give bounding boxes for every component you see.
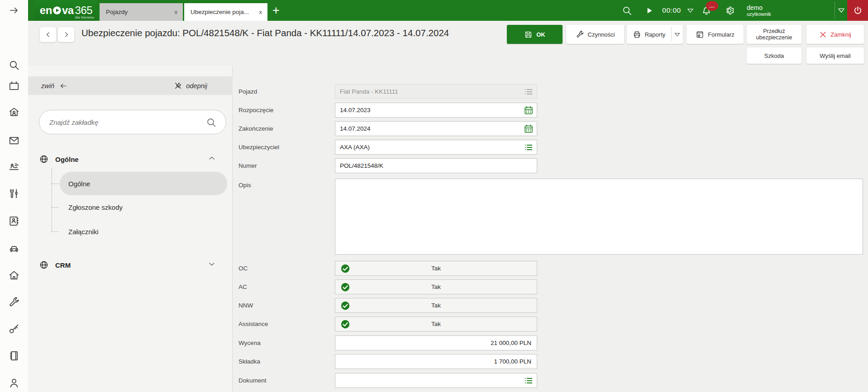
collapse-dropdown-icon[interactable] — [836, 0, 846, 21]
field-label: Zakończenie — [238, 121, 332, 136]
form-row-rozpoczecie: Rozpoczęcie 14.07.2023 — [233, 103, 868, 118]
checkbox-value: Tak — [335, 298, 537, 312]
workstation-icon[interactable] — [8, 161, 20, 172]
field-label: Ubezpieczyciel — [238, 140, 332, 155]
new-tab-button[interactable]: + — [268, 0, 284, 21]
car-icon[interactable] — [8, 243, 20, 255]
mail-icon[interactable] — [8, 135, 20, 146]
unpin-icon — [174, 81, 182, 90]
raporty-dropdown-icon[interactable] — [671, 28, 683, 41]
page-title: Ubezpieczenie pojazdu: POL/4821548/K - F… — [81, 28, 449, 38]
sidebar-expand-arrow[interactable] — [0, 0, 28, 21]
tab-pojazdy[interactable]: Pojazdy x — [100, 3, 183, 21]
field-value: POL/4821548/K — [340, 162, 383, 169]
field-value: Fiat Panda - KK11111 — [340, 88, 398, 95]
top-bar: en va 365 dla biznesu Pojazdy x Ubezpiec… — [0, 0, 868, 21]
list-icon[interactable] — [524, 142, 534, 152]
opis-textarea[interactable] — [335, 179, 863, 255]
szkoda-button[interactable]: Szkoda — [747, 47, 801, 64]
form-row-ubezpieczyciel: Ubezpieczyciel AXA (AXA) — [233, 140, 868, 155]
tab-ubezpieczenie[interactable]: Ubezpieczenie poja... x — [184, 3, 267, 21]
nav-back-button[interactable] — [40, 27, 56, 42]
ac-checkbox[interactable]: Tak — [335, 279, 537, 294]
user-menu[interactable]: demo uzytkownik — [747, 0, 771, 21]
field-label: Rozpoczęcie — [238, 103, 332, 118]
ok-label: OK — [536, 31, 545, 38]
form-row-ac: AC Tak — [233, 279, 868, 294]
dokument-lookup-field[interactable] — [335, 373, 537, 388]
settings-gear-icon[interactable] — [723, 0, 736, 21]
list-icon[interactable] — [524, 376, 534, 386]
person-icon[interactable] — [8, 377, 20, 389]
wycena-amount-field[interactable]: 21 000,00 PLN — [335, 335, 537, 350]
tab-close-icon[interactable]: x — [175, 9, 178, 15]
contact-card-icon[interactable] — [8, 215, 20, 227]
tab-label: Pojazdy — [106, 9, 128, 15]
czynnosci-button[interactable]: Czynności — [566, 25, 624, 44]
form-row-assistance: Assistance Tak — [233, 316, 868, 331]
printer-icon — [633, 30, 641, 39]
logo-text: va — [62, 4, 74, 17]
field-label: Numer — [238, 158, 332, 173]
checkbox-value: Tak — [335, 280, 537, 294]
ubezpieczyciel-lookup-field[interactable]: AXA (AXA) — [335, 140, 537, 155]
home-contact-icon[interactable] — [8, 106, 20, 118]
field-label: Opis — [238, 181, 332, 190]
play-icon[interactable] — [644, 0, 655, 21]
tab-search-input[interactable] — [49, 110, 199, 134]
zakonczenie-date-field[interactable]: 14.07.2024 — [335, 121, 537, 136]
form-row-pojazd: Pojazd Fiat Panda - KK11111 — [233, 84, 868, 99]
notifications-bell-icon[interactable]: ... — [700, 0, 713, 21]
tree-item-zalaczniki[interactable]: Załączniki — [60, 220, 227, 243]
calendar-icon[interactable] — [524, 105, 534, 115]
tree-connector — [52, 231, 59, 232]
tree-group-ogolne[interactable]: Ogólne — [39, 151, 226, 167]
timer-display[interactable]: 00:00 — [660, 0, 683, 21]
field-value: 1 700,00 PLN — [494, 358, 531, 365]
wrench-icon — [576, 30, 584, 39]
key-icon[interactable] — [8, 323, 20, 335]
calendar-icon[interactable] — [524, 124, 534, 134]
logo-text: en — [40, 4, 52, 17]
szkoda-label: Szkoda — [764, 52, 784, 59]
user-name: demo — [747, 4, 771, 11]
search-rail-icon[interactable] — [8, 59, 20, 71]
wrench-rail-icon[interactable] — [8, 297, 20, 308]
tree-item-ogolne[interactable]: Ogólne — [60, 172, 227, 195]
notification-badge: ... — [706, 1, 718, 11]
raporty-button[interactable]: Raporty — [627, 25, 683, 44]
app-logo: en va 365 dla biznesu — [34, 0, 98, 21]
skladka-amount-field[interactable]: 1 700,00 PLN — [335, 354, 537, 369]
ok-button[interactable]: OK — [507, 25, 563, 44]
form-row-skladka: Składka 1 700,00 PLN — [233, 354, 868, 369]
nav-forward-button[interactable] — [58, 27, 74, 42]
list-icon — [524, 87, 534, 97]
app-window: en va 365 dla biznesu Pojazdy x Ubezpiec… — [0, 0, 868, 392]
field-value: 21 000,00 PLN — [491, 340, 531, 346]
collapse-panel-button[interactable]: zwiń — [41, 76, 68, 95]
search-icon[interactable] — [620, 0, 633, 21]
wyslij-email-button[interactable]: Wyślij email — [806, 47, 864, 64]
tab-close-icon[interactable]: x — [259, 9, 262, 15]
tree-item-zgloszone-szkody[interactable]: Zgłoszone szkody — [60, 195, 227, 219]
assistance-checkbox[interactable]: Tak — [335, 316, 537, 331]
rozpoczecie-date-field[interactable]: 14.07.2023 — [335, 103, 537, 118]
przedluz-ubezpieczenie-button[interactable]: Przedłuż ubezpieczenie — [747, 25, 801, 44]
close-x-icon — [819, 31, 827, 38]
home-icon[interactable] — [8, 269, 20, 281]
notebook-icon[interactable] — [8, 350, 20, 362]
tools-icon[interactable] — [8, 188, 20, 199]
field-label: Pojazd — [238, 84, 332, 99]
tree-item-label: Ogólne — [68, 180, 90, 188]
numer-text-field[interactable]: POL/4821548/K — [335, 158, 537, 173]
tree-group-crm[interactable]: CRM — [39, 257, 226, 273]
nnw-checkbox[interactable]: Tak — [335, 298, 537, 313]
logout-power-button[interactable] — [847, 0, 868, 21]
calendar-rail-icon[interactable] — [8, 80, 20, 92]
oc-checkbox[interactable]: Tak — [335, 261, 537, 276]
formularz-button[interactable]: Formularz — [687, 25, 744, 44]
zamknij-button[interactable]: Zamknij — [806, 25, 864, 44]
field-label: NNW — [238, 298, 332, 313]
unpin-panel-button[interactable]: odepnij — [174, 76, 207, 95]
timer-dropdown-icon[interactable] — [685, 0, 695, 21]
